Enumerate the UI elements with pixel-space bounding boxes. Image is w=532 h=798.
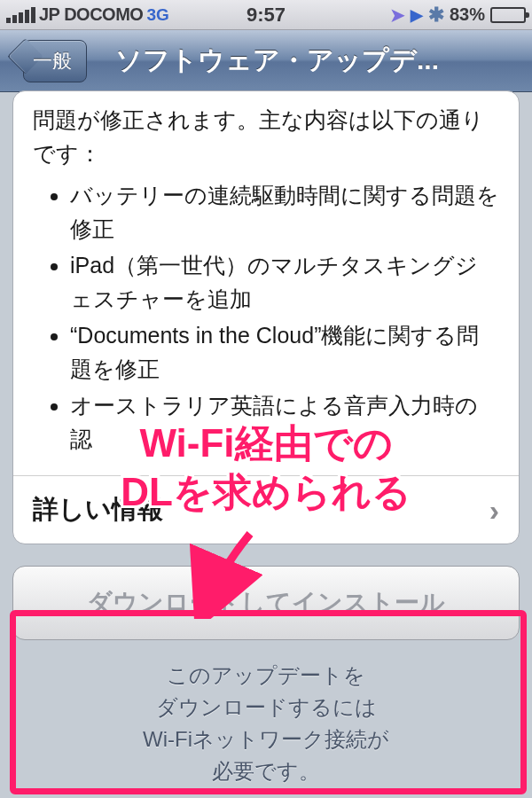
list-item: “Documents in the Cloud”機能に関する問題を修正 xyxy=(70,319,499,386)
wifi-required-hint: このアップデートを ダウンロードするには Wi-Fiネットワーク接続が 必要です… xyxy=(12,660,520,787)
chevron-right-icon: › xyxy=(489,493,499,528)
hint-line: 必要です。 xyxy=(12,755,520,787)
list-item: iPad（第一世代）のマルチタスキングジェスチャーを追加 xyxy=(70,249,499,316)
status-left: JP DOCOMO 3G xyxy=(6,4,169,25)
update-description: 問題が修正されます。主な内容は以下の通りです： バッテリーの連続駆動時間に関する… xyxy=(13,91,519,476)
signal-icon xyxy=(6,7,35,23)
hint-line: Wi-Fiネットワーク接続が xyxy=(12,724,520,755)
hint-line: このアップデートを xyxy=(12,660,520,692)
battery-icon xyxy=(490,7,526,23)
download-install-label: ダウンロードしてインストール xyxy=(87,589,445,616)
status-right: ➤ ▶ ✱ 83% xyxy=(390,4,526,27)
clock: 9:57 xyxy=(246,4,286,27)
content-area: 問題が修正されます。主な内容は以下の通りです： バッテリーの連続駆動時間に関する… xyxy=(0,90,532,796)
hint-line: ダウンロードするには xyxy=(12,692,520,724)
update-card: 問題が修正されます。主な内容は以下の通りです： バッテリーの連続駆動時間に関する… xyxy=(12,90,520,544)
nav-bar: 一般 ソフトウェア・アップデ... xyxy=(0,30,532,92)
list-item: オーストラリア英語による音声入力時の認 xyxy=(70,389,499,456)
page-title: ソフトウェア・アップデ... xyxy=(115,43,521,79)
more-info-label: 詳しい情報 xyxy=(33,492,163,528)
play-icon: ▶ xyxy=(411,5,423,25)
update-bullet-list: バッテリーの連続駆動時間に関する問題を修正 iPad（第一世代）のマルチタスキン… xyxy=(70,179,499,456)
bluetooth-icon: ✱ xyxy=(428,4,444,27)
status-bar: JP DOCOMO 3G 9:57 ➤ ▶ ✱ 83% xyxy=(0,0,532,30)
battery-percent: 83% xyxy=(450,4,485,25)
update-intro: 問題が修正されます。主な内容は以下の通りです： xyxy=(33,104,499,170)
download-install-button[interactable]: ダウンロードしてインストール xyxy=(12,566,520,640)
network-type: 3G xyxy=(146,5,168,25)
more-info-row[interactable]: 詳しい情報 › xyxy=(13,476,519,544)
back-button[interactable]: 一般 xyxy=(23,40,87,82)
back-button-label: 一般 xyxy=(33,50,72,72)
location-icon: ➤ xyxy=(390,4,405,26)
carrier-label: JP DOCOMO xyxy=(39,4,143,25)
list-item: バッテリーの連続駆動時間に関する問題を修正 xyxy=(70,179,499,246)
